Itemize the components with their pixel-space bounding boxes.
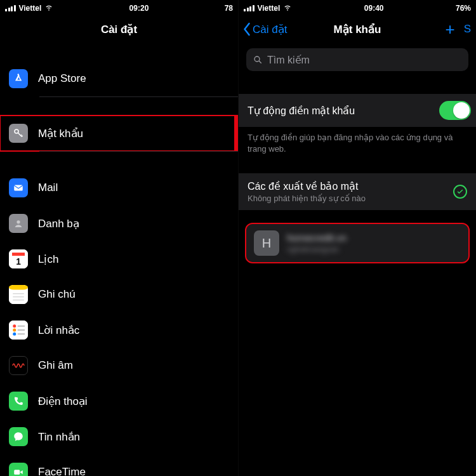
autofill-section: Tự động điền mật khẩu	[239, 94, 476, 127]
status-time: 09:40	[292, 4, 456, 13]
passwords-screen: Viettel 09:40 76% Cài đặt Mật khẩu + S T…	[238, 0, 476, 476]
row-label: Tin nhắn	[38, 430, 80, 444]
svg-rect-7	[9, 285, 28, 290]
row-label: Danh bạ	[38, 217, 79, 230]
autofill-toggle-row[interactable]: Tự động điền mật khẩu	[239, 94, 476, 127]
row-label: FaceTime	[38, 466, 86, 476]
page-title: Cài đặt	[101, 23, 137, 36]
row-label: Lịch	[38, 253, 58, 266]
row-label: App Store	[38, 72, 86, 85]
svg-point-0	[15, 129, 18, 133]
row-label: Lời nhắc	[38, 324, 79, 337]
recommend-subtitle: Không phát hiện thấy sự cố nào	[248, 194, 453, 203]
wifi-icon	[44, 3, 53, 13]
row-label: Ghi chú	[38, 288, 76, 301]
messages-icon	[9, 427, 28, 446]
notes-icon	[9, 285, 28, 304]
add-button[interactable]: +	[445, 21, 454, 37]
calendar-icon: 1	[9, 249, 28, 268]
search-placeholder: Tìm kiếm	[267, 54, 310, 66]
status-time: 09:20	[53, 4, 224, 13]
carrier-label: Viettel	[19, 4, 42, 13]
autofill-label: Tự động điền mật khẩu	[248, 105, 439, 117]
back-label: Cài đặt	[253, 23, 287, 36]
settings-row-reminders[interactable]: Lời nhắc	[0, 312, 238, 348]
settings-root-screen: Viettel 09:20 78 Cài đặt App StoreMật kh…	[0, 0, 238, 476]
autofill-footer: Tự động điền giúp bạn đăng nhập vào các …	[239, 127, 476, 154]
svg-point-14	[13, 333, 16, 336]
svg-text:1: 1	[16, 257, 21, 267]
reminders-icon	[9, 321, 28, 340]
svg-point-12	[13, 324, 16, 327]
svg-point-2	[17, 220, 20, 223]
svg-rect-1	[14, 185, 23, 191]
settings-row-voicememos[interactable]: Ghi âm	[0, 348, 238, 383]
navbar: Cài đặt	[0, 14, 238, 44]
settings-row-calendar[interactable]: 1Lịch	[0, 241, 238, 277]
search-icon	[253, 55, 263, 65]
row-label: Mật khẩu	[38, 127, 83, 140]
wifi-icon	[283, 3, 292, 13]
facetime-icon	[9, 463, 28, 476]
contacts-icon	[9, 214, 28, 233]
svg-rect-4	[12, 253, 25, 256]
settings-row-phone[interactable]: Điện thoại	[0, 383, 238, 419]
settings-row-passwords[interactable]: Mật khẩu	[0, 116, 238, 151]
row-label: Mail	[38, 182, 58, 194]
settings-row-contacts[interactable]: Danh bạ	[0, 206, 238, 241]
svg-point-13	[13, 329, 16, 332]
key-icon	[9, 124, 28, 143]
settings-row-appstore[interactable]: App Store	[0, 61, 238, 96]
search-input[interactable]: Tìm kiếm	[246, 48, 468, 71]
appstore-icon	[9, 69, 28, 88]
signal-icon	[5, 5, 16, 11]
settings-list: App StoreMật khẩuMailDanh bạ1LịchGhi chú…	[0, 61, 238, 476]
status-bar: Viettel 09:40 76%	[239, 0, 476, 14]
recommend-title: Các đề xuất về bảo mật	[248, 180, 453, 192]
settings-row-facetime[interactable]: FaceTime	[0, 454, 238, 476]
settings-row-messages[interactable]: Tin nhắn	[0, 419, 238, 454]
edit-button[interactable]: S	[464, 23, 471, 36]
entry-user: nghiahoangvan	[287, 245, 347, 254]
status-bar: Viettel 09:20 78	[0, 0, 238, 14]
entry-site: homecredit.vn	[287, 232, 347, 243]
voicememo-icon	[9, 356, 28, 375]
carrier-label: Viettel	[258, 4, 281, 13]
status-battery: 78	[225, 4, 233, 13]
signal-icon	[244, 5, 255, 11]
navbar: Cài đặt Mật khẩu + S	[239, 14, 476, 44]
row-label: Ghi âm	[38, 359, 73, 372]
page-title: Mật khẩu	[334, 23, 381, 36]
mail-icon	[9, 178, 28, 197]
svg-rect-18	[14, 470, 20, 475]
back-button[interactable]: Cài đặt	[242, 22, 287, 36]
svg-point-19	[255, 56, 260, 62]
status-battery: 76%	[456, 4, 471, 13]
row-label: Điện thoại	[38, 395, 88, 408]
settings-row-notes[interactable]: Ghi chú	[0, 277, 238, 312]
security-recommendations-row[interactable]: Các đề xuất về bảo mật Không phát hiện t…	[239, 173, 476, 210]
svg-line-20	[259, 61, 261, 63]
checkmark-icon	[453, 185, 467, 199]
password-entry[interactable]: H homecredit.vn nghiahoangvan	[246, 224, 468, 262]
entry-avatar: H	[254, 230, 279, 256]
toggle-switch[interactable]	[439, 101, 471, 120]
phone-icon	[9, 392, 28, 411]
settings-row-mail[interactable]: Mail	[0, 170, 238, 206]
